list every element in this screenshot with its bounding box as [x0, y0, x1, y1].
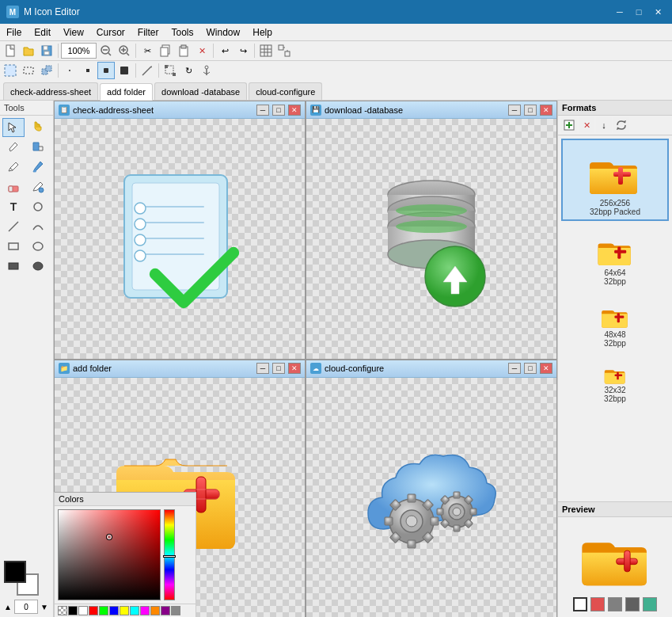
preview-swatch-white[interactable]	[573, 597, 587, 611]
preview-swatch-gray[interactable]	[608, 597, 622, 611]
select-all-button[interactable]	[2, 62, 19, 79]
swatch-transparent[interactable]	[58, 606, 67, 615]
icon-win-max-add-folder[interactable]: □	[272, 363, 285, 374]
tab-cloud-configure[interactable]: cloud-configure	[249, 82, 322, 100]
fg-color-box[interactable]	[4, 561, 26, 583]
format-item-48[interactable]: 48x48 32bpp	[561, 295, 669, 352]
preview-swatch-teal[interactable]	[643, 597, 657, 611]
icon-win-min-download[interactable]: ─	[508, 105, 521, 116]
icon-canvas-check[interactable]	[55, 119, 305, 359]
tool-brush[interactable]	[27, 158, 49, 177]
delete-button[interactable]: ✕	[193, 42, 211, 59]
swatch-cyan[interactable]	[130, 606, 139, 615]
select-rect-button[interactable]	[20, 62, 37, 79]
redo-button[interactable]: ↪	[234, 42, 252, 59]
swatch-yellow[interactable]	[120, 606, 129, 615]
copy-button[interactable]	[157, 42, 174, 59]
swatch-blue[interactable]	[109, 606, 119, 615]
brush-active[interactable]	[97, 62, 115, 79]
transform-tool[interactable]	[161, 62, 179, 79]
format-item-32[interactable]: 32x32 32bpp	[561, 357, 669, 408]
format-item-64[interactable]: 64x64 32bpp	[561, 226, 669, 291]
fmt-convert[interactable]	[613, 117, 629, 133]
fmt-delete[interactable]: ✕	[579, 117, 594, 133]
open-button[interactable]	[20, 42, 37, 59]
swatch-orange[interactable]	[150, 606, 160, 615]
paste-button[interactable]	[175, 42, 192, 59]
color-gradient[interactable]	[58, 509, 161, 600]
tab-add-folder[interactable]: add folder	[100, 83, 153, 101]
menu-cursor[interactable]: Cursor	[90, 24, 131, 40]
menu-edit[interactable]: Edit	[28, 24, 57, 40]
zoom-out-button[interactable]	[97, 42, 115, 59]
opacity-input[interactable]	[14, 600, 38, 614]
icon-win-close-download[interactable]: ✕	[540, 105, 552, 116]
icon-win-close-check[interactable]: ✕	[288, 105, 301, 116]
preview-swatch-darkgray[interactable]	[625, 597, 640, 611]
new-button[interactable]	[2, 42, 19, 59]
tab-download-database[interactable]: download -database	[154, 82, 247, 100]
icon-win-max-download[interactable]: □	[524, 105, 537, 116]
menu-file[interactable]: File	[0, 24, 28, 40]
brush-size-1[interactable]	[61, 62, 78, 79]
close-button[interactable]: ✕	[650, 4, 666, 20]
swatch-purple[interactable]	[161, 606, 170, 615]
icon-canvas-download[interactable]	[306, 119, 556, 359]
tool-clone[interactable]	[27, 177, 49, 196]
grid-button[interactable]	[257, 42, 275, 59]
tool-filled-ellipse[interactable]	[27, 257, 49, 276]
tool-eyedropper[interactable]	[2, 138, 25, 157]
tool-filled-rect[interactable]	[2, 257, 25, 276]
tool-curve[interactable]	[27, 217, 49, 236]
menu-filter[interactable]: Filter	[131, 24, 165, 40]
menu-tools[interactable]: Tools	[165, 24, 200, 40]
swatch-gray[interactable]	[171, 606, 180, 615]
menu-window[interactable]: Window	[200, 24, 247, 40]
tool-eraser[interactable]	[2, 177, 25, 196]
menu-view[interactable]: View	[57, 24, 90, 40]
format-item-256[interactable]: 256x256 32bpp Packed	[561, 139, 669, 221]
icon-win-min-cloud[interactable]: ─	[508, 363, 521, 374]
rotate-tool[interactable]: ↻	[180, 62, 197, 79]
swatch-black[interactable]	[68, 606, 78, 615]
pen-tool[interactable]	[139, 62, 156, 79]
icon-win-max-cloud[interactable]: □	[524, 363, 537, 374]
icon-win-min-check[interactable]: ─	[256, 105, 269, 116]
maximize-button[interactable]: □	[631, 4, 647, 20]
tool-paint-bucket[interactable]	[27, 138, 49, 157]
anchor-tool[interactable]	[198, 62, 215, 79]
icon-win-close-add-folder[interactable]: ✕	[288, 363, 301, 374]
fmt-down[interactable]: ↓	[596, 117, 612, 133]
icon-win-min-add-folder[interactable]: ─	[256, 363, 269, 374]
tool-shapes[interactable]	[27, 197, 49, 216]
select-magic-button[interactable]	[38, 62, 55, 79]
icon-win-max-check[interactable]: □	[272, 105, 285, 116]
snap-button[interactable]	[275, 42, 293, 59]
brush-size-2[interactable]	[79, 62, 97, 79]
tool-ellipse[interactable]	[27, 237, 49, 256]
swatch-white[interactable]	[78, 606, 88, 615]
swatch-red[interactable]	[89, 606, 98, 615]
icon-win-close-cloud[interactable]: ✕	[540, 363, 552, 374]
tool-line[interactable]	[2, 217, 25, 236]
zoom-in-button[interactable]	[116, 42, 133, 59]
swatch-green[interactable]	[99, 606, 108, 615]
tab-check-address-sheet[interactable]: check-address-sheet	[3, 82, 98, 100]
color-hue-bar[interactable]	[164, 509, 175, 600]
save-button[interactable]	[38, 42, 55, 59]
swatch-magenta[interactable]	[140, 606, 150, 615]
cut-button[interactable]: ✂	[139, 42, 156, 59]
zoom-input[interactable]	[61, 43, 97, 59]
icon-canvas-cloud[interactable]	[306, 378, 556, 618]
undo-button[interactable]: ↩	[216, 42, 233, 59]
tool-select[interactable]	[2, 118, 25, 137]
fmt-new[interactable]	[561, 117, 577, 133]
tool-hand[interactable]	[27, 118, 49, 137]
menu-help[interactable]: Help	[246, 24, 279, 40]
brush-size-large[interactable]	[116, 62, 133, 79]
minimize-button[interactable]: ─	[612, 4, 628, 20]
tool-text[interactable]: T	[2, 197, 25, 216]
tool-pencil[interactable]	[2, 158, 25, 177]
preview-swatch-red[interactable]	[590, 597, 605, 611]
tool-rect[interactable]	[2, 237, 25, 256]
